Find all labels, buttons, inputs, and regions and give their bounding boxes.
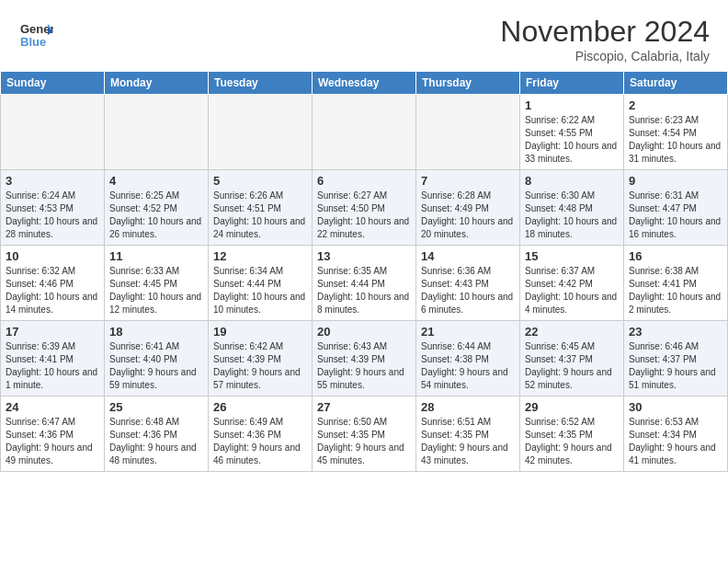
day-info: Sunrise: 6:42 AM Sunset: 4:39 PM Dayligh…: [213, 340, 307, 392]
day-info: Sunrise: 6:43 AM Sunset: 4:39 PM Dayligh…: [317, 340, 411, 392]
day-info: Sunrise: 6:53 AM Sunset: 4:34 PM Dayligh…: [629, 416, 722, 467]
calendar-day-cell: 19Sunrise: 6:42 AM Sunset: 4:39 PM Dayli…: [209, 321, 313, 396]
day-info: Sunrise: 6:26 AM Sunset: 4:51 PM Dayligh…: [213, 190, 307, 241]
weekday-header: Thursday: [416, 72, 520, 95]
calendar-day-cell: [209, 95, 313, 170]
day-number: 7: [421, 174, 515, 188]
calendar-day-cell: [105, 95, 209, 170]
day-info: Sunrise: 6:37 AM Sunset: 4:42 PM Dayligh…: [525, 265, 619, 316]
calendar-day-cell: 28Sunrise: 6:51 AM Sunset: 4:35 PM Dayli…: [416, 396, 520, 472]
logo: General Blue: [18, 15, 53, 53]
day-info: Sunrise: 6:52 AM Sunset: 4:35 PM Dayligh…: [525, 416, 619, 467]
day-number: 17: [6, 325, 99, 339]
weekday-header: Sunday: [1, 72, 105, 95]
day-info: Sunrise: 6:49 AM Sunset: 4:36 PM Dayligh…: [213, 416, 307, 467]
day-number: 13: [317, 249, 411, 263]
title-block: November 2024 Piscopio, Calabria, Italy: [500, 15, 710, 63]
calendar-day-cell: 1Sunrise: 6:22 AM Sunset: 4:55 PM Daylig…: [520, 95, 624, 170]
day-number: 18: [109, 325, 203, 339]
day-number: 27: [317, 400, 411, 414]
day-number: 2: [629, 98, 722, 112]
svg-text:Blue: Blue: [20, 35, 46, 49]
calendar-day-cell: 5Sunrise: 6:26 AM Sunset: 4:51 PM Daylig…: [209, 170, 313, 246]
day-info: Sunrise: 6:32 AM Sunset: 4:46 PM Dayligh…: [6, 265, 99, 316]
day-number: 19: [213, 325, 307, 339]
day-number: 1: [525, 98, 619, 112]
day-info: Sunrise: 6:48 AM Sunset: 4:36 PM Dayligh…: [109, 416, 203, 467]
calendar-day-cell: 18Sunrise: 6:41 AM Sunset: 4:40 PM Dayli…: [105, 321, 209, 396]
month-title: November 2024: [500, 15, 710, 49]
calendar-day-cell: 13Sunrise: 6:35 AM Sunset: 4:44 PM Dayli…: [313, 246, 416, 321]
day-info: Sunrise: 6:44 AM Sunset: 4:38 PM Dayligh…: [421, 340, 515, 392]
calendar-day-cell: 15Sunrise: 6:37 AM Sunset: 4:42 PM Dayli…: [520, 246, 624, 321]
page-header: General Blue November 2024 Piscopio, Cal…: [0, 0, 728, 71]
day-info: Sunrise: 6:34 AM Sunset: 4:44 PM Dayligh…: [213, 265, 307, 316]
calendar-day-cell: 27Sunrise: 6:50 AM Sunset: 4:35 PM Dayli…: [313, 396, 416, 472]
day-info: Sunrise: 6:46 AM Sunset: 4:37 PM Dayligh…: [629, 340, 722, 392]
calendar-day-cell: 14Sunrise: 6:36 AM Sunset: 4:43 PM Dayli…: [416, 246, 520, 321]
day-number: 11: [109, 249, 203, 263]
calendar-day-cell: 23Sunrise: 6:46 AM Sunset: 4:37 PM Dayli…: [624, 321, 728, 396]
day-number: 10: [6, 249, 99, 263]
weekday-header: Monday: [105, 72, 209, 95]
day-number: 29: [525, 400, 619, 414]
day-info: Sunrise: 6:38 AM Sunset: 4:41 PM Dayligh…: [629, 265, 722, 316]
day-number: 15: [525, 249, 619, 263]
day-number: 28: [421, 400, 515, 414]
calendar-day-cell: 8Sunrise: 6:30 AM Sunset: 4:48 PM Daylig…: [520, 170, 624, 246]
day-info: Sunrise: 6:24 AM Sunset: 4:53 PM Dayligh…: [6, 190, 99, 241]
day-number: 20: [317, 325, 411, 339]
calendar-week-row: 17Sunrise: 6:39 AM Sunset: 4:41 PM Dayli…: [1, 321, 728, 396]
day-number: 22: [525, 325, 619, 339]
calendar-day-cell: 22Sunrise: 6:45 AM Sunset: 4:37 PM Dayli…: [520, 321, 624, 396]
calendar-day-cell: 11Sunrise: 6:33 AM Sunset: 4:45 PM Dayli…: [105, 246, 209, 321]
day-number: 4: [109, 174, 203, 188]
calendar-day-cell: 9Sunrise: 6:31 AM Sunset: 4:47 PM Daylig…: [624, 170, 728, 246]
calendar-week-row: 1Sunrise: 6:22 AM Sunset: 4:55 PM Daylig…: [1, 95, 728, 170]
day-info: Sunrise: 6:23 AM Sunset: 4:54 PM Dayligh…: [629, 114, 722, 166]
day-info: Sunrise: 6:33 AM Sunset: 4:45 PM Dayligh…: [109, 265, 203, 316]
calendar-day-cell: 20Sunrise: 6:43 AM Sunset: 4:39 PM Dayli…: [313, 321, 416, 396]
day-number: 24: [6, 400, 99, 414]
calendar-header-row: SundayMondayTuesdayWednesdayThursdayFrid…: [1, 72, 728, 95]
weekday-header: Wednesday: [313, 72, 416, 95]
logo-icon: General Blue: [18, 15, 53, 50]
calendar-week-row: 3Sunrise: 6:24 AM Sunset: 4:53 PM Daylig…: [1, 170, 728, 246]
calendar-day-cell: 21Sunrise: 6:44 AM Sunset: 4:38 PM Dayli…: [416, 321, 520, 396]
day-info: Sunrise: 6:50 AM Sunset: 4:35 PM Dayligh…: [317, 416, 411, 467]
day-number: 21: [421, 325, 515, 339]
weekday-header: Saturday: [624, 72, 728, 95]
day-info: Sunrise: 6:45 AM Sunset: 4:37 PM Dayligh…: [525, 340, 619, 392]
day-info: Sunrise: 6:22 AM Sunset: 4:55 PM Dayligh…: [525, 114, 619, 166]
day-info: Sunrise: 6:25 AM Sunset: 4:52 PM Dayligh…: [109, 190, 203, 241]
calendar-day-cell: [313, 95, 416, 170]
day-number: 5: [213, 174, 307, 188]
weekday-header: Friday: [520, 72, 624, 95]
day-number: 16: [629, 249, 722, 263]
calendar-day-cell: 30Sunrise: 6:53 AM Sunset: 4:34 PM Dayli…: [624, 396, 728, 472]
day-info: Sunrise: 6:30 AM Sunset: 4:48 PM Dayligh…: [525, 190, 619, 241]
day-info: Sunrise: 6:28 AM Sunset: 4:49 PM Dayligh…: [421, 190, 515, 241]
day-number: 9: [629, 174, 722, 188]
day-number: 26: [213, 400, 307, 414]
calendar-table: SundayMondayTuesdayWednesdayThursdayFrid…: [0, 71, 728, 472]
day-number: 3: [6, 174, 99, 188]
calendar-day-cell: 25Sunrise: 6:48 AM Sunset: 4:36 PM Dayli…: [105, 396, 209, 472]
calendar-day-cell: 29Sunrise: 6:52 AM Sunset: 4:35 PM Dayli…: [520, 396, 624, 472]
day-number: 6: [317, 174, 411, 188]
calendar-day-cell: 3Sunrise: 6:24 AM Sunset: 4:53 PM Daylig…: [1, 170, 105, 246]
calendar-day-cell: 26Sunrise: 6:49 AM Sunset: 4:36 PM Dayli…: [209, 396, 313, 472]
day-number: 25: [109, 400, 203, 414]
day-number: 12: [213, 249, 307, 263]
day-number: 14: [421, 249, 515, 263]
day-info: Sunrise: 6:36 AM Sunset: 4:43 PM Dayligh…: [421, 265, 515, 316]
calendar-day-cell: 2Sunrise: 6:23 AM Sunset: 4:54 PM Daylig…: [624, 95, 728, 170]
calendar-day-cell: [416, 95, 520, 170]
calendar-day-cell: 17Sunrise: 6:39 AM Sunset: 4:41 PM Dayli…: [1, 321, 105, 396]
calendar-day-cell: 10Sunrise: 6:32 AM Sunset: 4:46 PM Dayli…: [1, 246, 105, 321]
calendar-day-cell: [1, 95, 105, 170]
day-info: Sunrise: 6:35 AM Sunset: 4:44 PM Dayligh…: [317, 265, 411, 316]
day-number: 23: [629, 325, 722, 339]
day-number: 30: [629, 400, 722, 414]
calendar-day-cell: 16Sunrise: 6:38 AM Sunset: 4:41 PM Dayli…: [624, 246, 728, 321]
